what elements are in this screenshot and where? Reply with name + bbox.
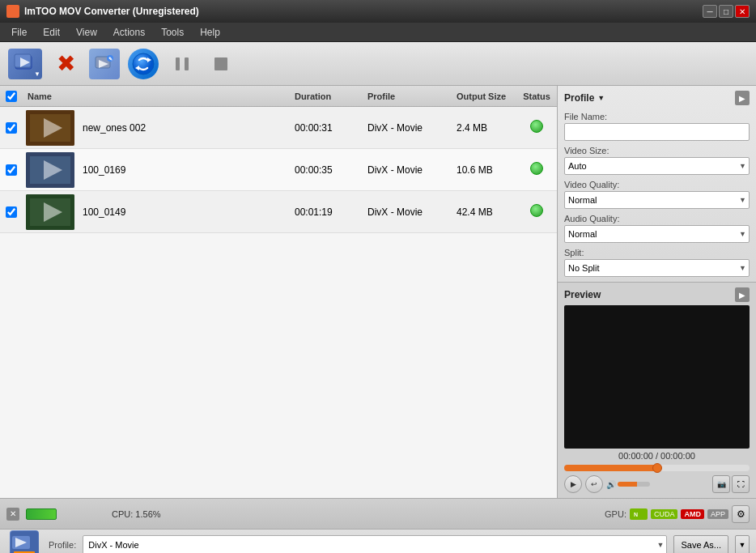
- audio-quality-select-wrap: Normal: [564, 225, 750, 243]
- status-dot-1: [530, 120, 543, 133]
- nvidia-badge: N: [630, 508, 648, 520]
- menu-file[interactable]: File: [3, 23, 35, 41]
- right-panel: Profile ▼ ▶ File Name: Video Size: Auto …: [558, 86, 756, 498]
- status-dot-2: [530, 162, 543, 175]
- settings-button[interactable]: ⚙: [732, 505, 750, 523]
- file-name-3: 100_0149: [78, 206, 290, 218]
- video-quality-label: Video Quality:: [564, 180, 750, 189]
- app-icon: [6, 5, 19, 18]
- profile-panel-title: Profile ▼: [564, 92, 605, 104]
- close-button[interactable]: ✕: [735, 5, 750, 18]
- row-check-1: [0, 122, 23, 134]
- video-quality-select[interactable]: Normal: [564, 191, 750, 209]
- fullscreen-button[interactable]: ⛶: [732, 475, 750, 493]
- header-duration: Duration: [290, 91, 363, 101]
- file-profile-3: DivX - Movie: [363, 206, 452, 218]
- maximize-button[interactable]: □: [719, 5, 733, 18]
- file-checkbox-1[interactable]: [6, 122, 17, 134]
- file-name-1: new_ones 002: [78, 122, 290, 134]
- profile-select[interactable]: DivX - Movie: [83, 535, 667, 554]
- profile-dropdown-icon: ▼: [597, 94, 605, 102]
- file-output-size-1: 2.4 MB: [452, 122, 516, 134]
- pause-icon: [167, 49, 197, 79]
- play-button[interactable]: ▶: [564, 475, 582, 493]
- table-row[interactable]: new_ones 002 00:00:31 DivX - Movie 2.4 M…: [0, 107, 557, 149]
- preview-progress-bar[interactable]: [564, 465, 750, 471]
- status-progress: [26, 508, 57, 520]
- preview-panel: Preview ▶ 00:00:00 / 00:00:00 ▶ ↩ 🔊 📷 ⛶: [558, 283, 756, 498]
- file-output-size-3: 42.4 MB: [452, 206, 516, 218]
- preview-expand[interactable]: ▶: [735, 287, 750, 302]
- minimize-button[interactable]: ─: [703, 5, 717, 18]
- svg-point-7: [133, 53, 154, 74]
- file-profile-2: DivX - Movie: [363, 164, 452, 176]
- header-status: Status: [516, 91, 557, 101]
- main-area: Name Duration Profile Output Size Status…: [0, 86, 756, 498]
- file-profile-1: DivX - Movie: [363, 122, 452, 134]
- header-check: [0, 91, 23, 102]
- preview-screen: [564, 305, 750, 449]
- screenshot-button[interactable]: 📷: [712, 475, 730, 493]
- file-checkbox-2[interactable]: [6, 164, 17, 176]
- header-profile: Profile: [363, 91, 452, 101]
- convert-button[interactable]: [126, 47, 160, 81]
- file-icon-wrap: DivX: [6, 527, 42, 554]
- menu-tools[interactable]: Tools: [153, 23, 192, 41]
- video-size-select[interactable]: Auto: [564, 157, 750, 175]
- split-select[interactable]: No Split: [564, 259, 750, 277]
- add-file-icon: [8, 49, 42, 79]
- rewind-button[interactable]: ↩: [585, 475, 603, 493]
- volume-control: 🔊: [606, 480, 650, 489]
- status-bar: ✕ CPU: 1.56% GPU: N CUDA AMD APP ⚙: [0, 498, 756, 529]
- table-row[interactable]: 100_0149 00:01:19 DivX - Movie 42.4 MB: [0, 191, 557, 233]
- file-thumbnail-2: [26, 152, 74, 188]
- add-file-button[interactable]: [6, 47, 44, 81]
- table-row[interactable]: 100_0169 00:00:35 DivX - Movie 10.6 MB: [0, 149, 557, 191]
- file-status-3: [516, 204, 557, 219]
- preview-time: 00:00:00 / 00:00:00: [564, 451, 750, 461]
- menu-view[interactable]: View: [68, 23, 105, 41]
- save-as-dropdown-button[interactable]: ▼: [735, 535, 750, 554]
- file-name-input[interactable]: [564, 123, 750, 141]
- row-check-3: [0, 206, 23, 218]
- svg-rect-10: [176, 57, 180, 70]
- edit-file-button[interactable]: ✎: [87, 47, 121, 81]
- toolbar: ✖ ✎: [0, 42, 756, 86]
- menu-actions[interactable]: Actions: [105, 23, 153, 41]
- row-check-2: [0, 164, 23, 176]
- cuda-badge: CUDA: [651, 509, 678, 519]
- window-controls: ─ □ ✕: [703, 5, 750, 18]
- stop-button[interactable]: [204, 47, 238, 81]
- file-name-label: File Name:: [564, 112, 750, 121]
- amd-badge: AMD: [681, 509, 704, 519]
- file-status-2: [516, 162, 557, 177]
- preview-controls: ▶ ↩ 🔊 📷 ⛶: [564, 475, 750, 493]
- delete-file-button[interactable]: ✖: [49, 47, 83, 81]
- menu-edit[interactable]: Edit: [35, 23, 68, 41]
- audio-quality-select[interactable]: Normal: [564, 225, 750, 243]
- video-size-select-wrap: Auto: [564, 157, 750, 175]
- profile-panel-expand[interactable]: ▶: [735, 91, 750, 105]
- file-list: Name Duration Profile Output Size Status…: [0, 86, 558, 498]
- status-x-button[interactable]: ✕: [6, 508, 19, 521]
- menu-help[interactable]: Help: [192, 23, 228, 41]
- file-duration-2: 00:00:35: [290, 164, 363, 176]
- delete-icon: ✖: [50, 49, 81, 79]
- header-output-size: Output Size: [452, 91, 516, 101]
- pause-button[interactable]: [165, 47, 199, 81]
- gpu-section: GPU: N CUDA AMD APP ⚙: [605, 505, 750, 523]
- file-duration-3: 00:01:19: [290, 206, 363, 218]
- split-label: Split:: [564, 248, 750, 257]
- save-as-button[interactable]: Save As...: [673, 535, 728, 554]
- volume-slider[interactable]: [618, 482, 650, 487]
- profile-bar: DivX Profile: DivX - Movie Save As... ▼: [0, 529, 756, 553]
- select-all-checkbox[interactable]: [6, 91, 17, 102]
- preview-header: Preview ▶: [564, 287, 750, 302]
- video-quality-select-wrap: Normal: [564, 191, 750, 209]
- file-output-size-2: 10.6 MB: [452, 164, 516, 176]
- cpu-usage: CPU: 1.56%: [112, 509, 161, 519]
- status-dot-3: [530, 204, 543, 217]
- file-name-2: 100_0169: [78, 164, 290, 176]
- video-size-label: Video Size:: [564, 146, 750, 155]
- file-checkbox-3[interactable]: [6, 206, 17, 218]
